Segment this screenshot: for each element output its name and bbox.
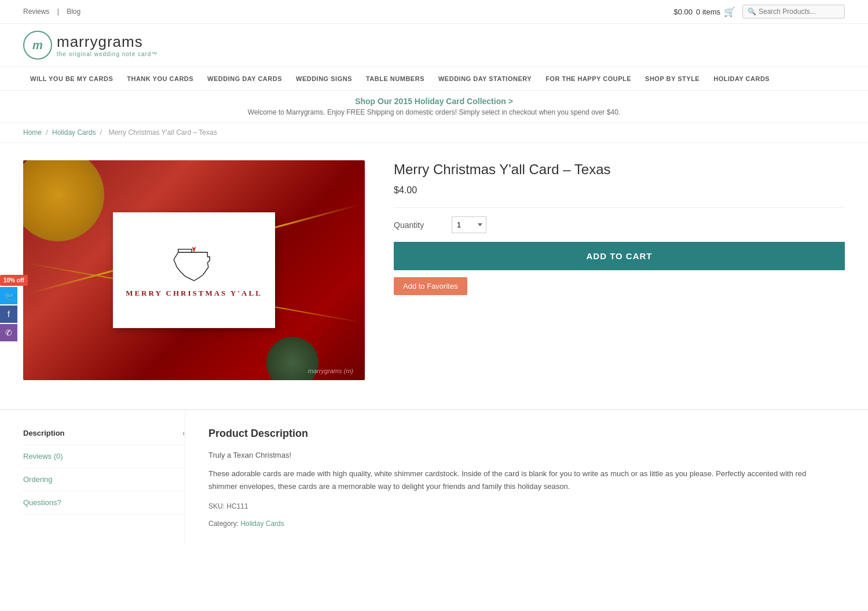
product-divider [394,207,845,208]
category-value[interactable]: Holiday Cards [240,520,284,528]
category-label: Category: [208,520,239,528]
top-bar-right: $0.00 0 items 🛒 🔍 [674,5,845,19]
viber-button[interactable]: ✆ [0,324,17,341]
promo-subtext: Welcome to Marrygrams. Enjoy FREE Shippi… [6,108,862,116]
tab-description[interactable]: Description › [23,422,185,445]
tab-questions[interactable]: Questions? [23,491,185,514]
product-info: Merry Christmas Y'all Card – Texas $4.00… [394,160,845,380]
cart-items: 0 items [696,8,720,16]
watermark: marrygrams (m) [308,367,353,374]
add-to-cart-button[interactable]: Add to cart [394,242,845,270]
product-area: MERRY CHRISTMAS Y'ALL marrygrams (m) Mer… [0,143,868,397]
breadcrumb: Home / Holiday Cards / Merry Christmas Y… [0,123,868,143]
tab-questions-link[interactable]: Questions? [23,498,61,507]
tab-ordering-link[interactable]: Ordering [23,475,53,484]
social-float: 10% off 🐦 f ✆ [0,275,28,341]
logo-text: marrygrams the original wedding note car… [57,33,158,57]
description-title: Product Description [208,428,822,440]
nav-wedding-day-cards[interactable]: WEDDING DAY CARDS [200,67,289,90]
facebook-button[interactable]: f [0,306,17,323]
tab-description-arrow: › [182,429,185,437]
top-bar: Reviews | Blog $0.00 0 items 🛒 🔍 [0,0,868,24]
breadcrumb-sep-1: / [46,128,50,137]
reviews-link[interactable]: Reviews [23,8,49,16]
nav-thank-you[interactable]: THANK YOU CARDS [120,67,200,90]
promo-bar: Shop Our 2015 Holiday Card Collection > … [0,91,868,123]
nav-will-you-be[interactable]: WILL YOU BE MY CARDS [23,67,120,90]
product-image-wrap: MERRY CHRISTMAS Y'ALL marrygrams (m) [23,160,365,380]
description-body: These adorable cards are made with high … [208,468,822,493]
promo-link[interactable]: Shop Our 2015 Holiday Card Collection > [355,97,513,106]
logo-circle: m [23,31,52,60]
quantity-label: Quantity [394,220,440,230]
discount-badge: 10% off [0,275,28,286]
tab-reviews[interactable]: Reviews (0) [23,445,185,468]
product-price: $4.00 [394,185,845,196]
search-box: 🔍 [742,5,845,19]
nav-wedding-day-stationery[interactable]: WEDDING DAY STATIONERY [431,67,539,90]
logo-tagline: the original wedding note card™ [57,51,158,57]
breadcrumb-home[interactable]: Home [23,128,42,137]
card-text: MERRY CHRISTMAS Y'ALL [126,289,262,298]
tab-reviews-link[interactable]: Reviews (0) [23,452,63,461]
category-line: Category: Holiday Cards [208,520,822,528]
cart-area: $0.00 0 items 🛒 [674,6,735,17]
breadcrumb-category[interactable]: Holiday Cards [52,128,96,137]
top-bar-links: Reviews | Blog [23,8,86,16]
texas-shape-svg [165,242,223,283]
quantity-row: Quantity 1 2 3 4 5 [394,216,845,233]
cart-icon[interactable]: 🛒 [724,6,735,17]
nav-wedding-signs[interactable]: WEDDING SIGNS [289,67,359,90]
product-image: MERRY CHRISTMAS Y'ALL marrygrams (m) [23,160,365,380]
twitter-button[interactable]: 🐦 [0,287,17,304]
breadcrumb-current: Merry Christmas Y'all Card – Texas [108,128,217,137]
nav-shop-by-style[interactable]: SHOP BY STYLE [638,67,706,90]
quantity-select[interactable]: 1 2 3 4 5 [452,216,486,233]
search-input[interactable] [759,8,840,16]
logo-name: marrygrams [57,33,158,51]
sku-value: HC111 [226,502,248,510]
main-nav: WILL YOU BE MY CARDS THANK YOU CARDS WED… [0,67,868,91]
search-icon: 🔍 [748,8,756,16]
product-title: Merry Christmas Y'all Card – Texas [394,160,845,178]
nav-table-numbers[interactable]: TABLE NUMBERS [359,67,431,90]
sku-line: SKU: HC111 [208,502,822,510]
breadcrumb-sep-2: / [100,128,104,137]
description-intro: Truly a Texan Christmas! [208,449,822,462]
add-to-favorites-button[interactable]: Add to Favorites [394,277,467,295]
bottom-section: Description › Reviews (0) Ordering Quest… [0,409,868,545]
blog-link[interactable]: Blog [67,8,80,16]
nav-holiday-cards[interactable]: HOLIDAY CARDS [706,67,777,90]
svg-point-3 [193,245,196,248]
logo-letter: m [32,39,43,52]
cart-price: $0.00 [674,8,693,16]
logo-area: m marrygrams the original wedding note c… [0,24,868,67]
nav-for-happy-couple[interactable]: FOR THE HAPPY COUPLE [539,67,638,90]
card-inner: MERRY CHRISTMAS Y'ALL [113,212,275,328]
content-pane: Product Description Truly a Texan Christ… [185,410,845,545]
tab-ordering[interactable]: Ordering [23,468,185,491]
tabs-sidebar: Description › Reviews (0) Ordering Quest… [23,410,185,545]
tab-description-label: Description [23,429,65,437]
sku-label: SKU: [208,502,225,510]
